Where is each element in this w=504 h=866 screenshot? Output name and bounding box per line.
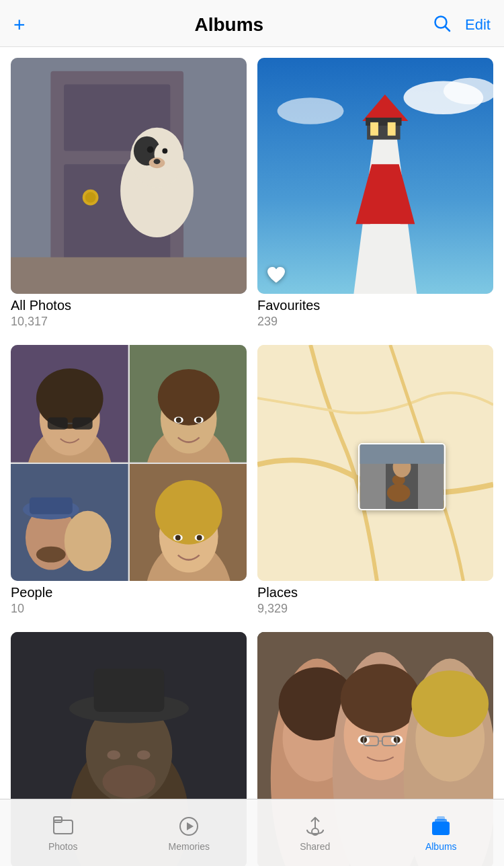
album-places[interactable]: Places 9,329 — [257, 345, 493, 616]
memories-icon — [177, 815, 200, 838]
svg-point-20 — [278, 97, 344, 124]
add-button[interactable]: + — [13, 15, 26, 35]
header-actions: Edit — [433, 14, 491, 36]
svg-point-75 — [137, 750, 151, 760]
favourites-heart-badge — [264, 263, 288, 287]
nav-item-albums[interactable]: Albums — [378, 814, 505, 852]
svg-rect-28 — [388, 122, 396, 136]
album-favourites[interactable]: Favourites 239 — [257, 58, 493, 329]
places-photo-pin — [358, 443, 446, 510]
svg-point-87 — [411, 670, 489, 737]
shared-icon — [304, 815, 327, 838]
edit-button[interactable]: Edit — [465, 16, 491, 34]
album-people[interactable]: People 10 — [11, 345, 247, 616]
nav-label-memories: Memories — [169, 841, 210, 852]
album-all-photos-thumb — [11, 58, 247, 294]
albums-nav-icon — [429, 814, 453, 838]
svg-point-57 — [196, 535, 202, 540]
album-favourites-count: 239 — [257, 315, 493, 329]
album-all-photos-name: All Photos — [11, 298, 247, 313]
svg-rect-102 — [437, 816, 445, 820]
nav-item-photos[interactable]: Photos — [0, 814, 126, 852]
page-title: Albums — [194, 14, 263, 36]
svg-point-64 — [386, 483, 410, 502]
album-places-name: Places — [257, 585, 493, 600]
favourites-illustration — [257, 58, 493, 294]
svg-rect-48 — [30, 497, 73, 514]
svg-rect-27 — [370, 122, 378, 136]
face-3 — [11, 464, 128, 582]
photos-nav-icon — [51, 814, 75, 838]
album-all-photos[interactable]: All Photos 10,317 — [11, 58, 247, 329]
nav-label-albums: Albums — [425, 841, 457, 852]
album-places-thumb — [257, 345, 493, 581]
svg-rect-68 — [360, 444, 444, 464]
svg-rect-100 — [432, 822, 450, 835]
face-4 — [130, 464, 247, 582]
album-people-thumb — [11, 345, 247, 581]
face-1 — [11, 345, 128, 463]
nav-item-memories[interactable]: Memories — [126, 814, 253, 852]
svg-rect-34 — [73, 418, 93, 430]
album-favourites-name: Favourites — [257, 298, 493, 313]
album-people-name: People — [11, 585, 247, 600]
album-favourites-thumb — [257, 58, 493, 294]
photos-icon — [52, 815, 75, 838]
svg-line-1 — [446, 26, 450, 31]
memories-nav-icon — [177, 814, 201, 838]
svg-marker-98 — [187, 822, 194, 830]
svg-point-76 — [102, 765, 155, 798]
svg-rect-33 — [48, 418, 68, 430]
nav-label-shared: Shared — [300, 841, 330, 852]
svg-point-55 — [175, 535, 180, 540]
svg-point-7 — [85, 192, 96, 203]
shared-nav-icon — [303, 814, 327, 838]
albums-icon — [429, 815, 452, 838]
face-2 — [130, 345, 247, 463]
svg-point-41 — [175, 418, 181, 423]
album-places-count: 9,329 — [257, 602, 493, 616]
album-all-photos-count: 10,317 — [11, 315, 247, 329]
heart-icon — [265, 264, 287, 286]
svg-point-32 — [36, 368, 103, 429]
nav-item-shared[interactable]: Shared — [252, 814, 378, 852]
svg-point-12 — [147, 147, 154, 153]
album-people-count: 10 — [11, 602, 247, 616]
svg-point-46 — [65, 510, 112, 571]
svg-point-74 — [107, 750, 120, 760]
svg-point-49 — [36, 546, 66, 562]
search-button[interactable] — [433, 14, 452, 36]
svg-point-84 — [341, 664, 421, 733]
svg-rect-73 — [94, 668, 165, 711]
albums-container: All Photos 10,317 — [0, 47, 504, 866]
svg-point-39 — [157, 369, 219, 426]
all-photos-illustration — [11, 58, 247, 294]
albums-grid: All Photos 10,317 — [11, 58, 493, 866]
svg-point-15 — [154, 159, 161, 164]
nav-label-photos: Photos — [48, 841, 78, 852]
svg-point-13 — [162, 148, 167, 153]
header: + Albums Edit — [0, 0, 504, 47]
svg-point-43 — [196, 418, 201, 423]
bottom-nav: Photos Memories Shared — [0, 799, 504, 866]
svg-point-53 — [155, 479, 222, 544]
svg-rect-16 — [11, 258, 247, 294]
search-icon — [433, 14, 452, 33]
